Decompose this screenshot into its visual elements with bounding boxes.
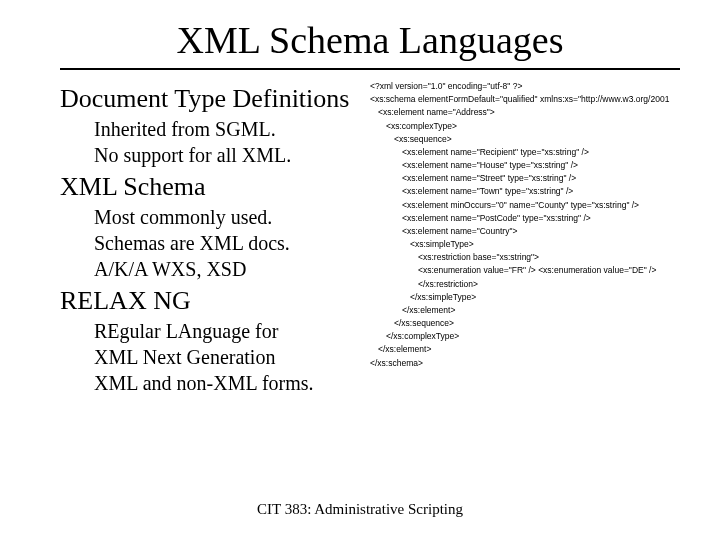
relaxng-heading: RELAX NG <box>60 286 370 316</box>
left-column: Document Type Definitions Inherited from… <box>60 80 370 396</box>
xmlschema-line3: A/K/A WXS, XSD <box>94 256 370 282</box>
relaxng-line1: REgular LAnguage for <box>94 318 370 344</box>
code-column: <?xml version="1.0" encoding="utf-8" ?> … <box>370 80 680 396</box>
code-line: <xs:element name="Town" type="xs:string"… <box>370 185 680 198</box>
code-line: </xs:sequence> <box>370 317 680 330</box>
code-line: <xs:element name="Street" type="xs:strin… <box>370 172 680 185</box>
code-line: <xs:element name="Recipient" type="xs:st… <box>370 146 680 159</box>
code-line: </xs:element> <box>370 304 680 317</box>
code-line: <xs:element name="Country"> <box>370 225 680 238</box>
dtd-heading: Document Type Definitions <box>60 84 370 114</box>
code-line: </xs:element> <box>370 343 680 356</box>
code-line: </xs:simpleType> <box>370 291 680 304</box>
code-line: <xs:simpleType> <box>370 238 680 251</box>
relaxng-line3: XML and non-XML forms. <box>94 370 370 396</box>
dtd-line1: Inherited from SGML. <box>94 116 370 142</box>
code-line: <xs:complexType> <box>370 120 680 133</box>
code-line: <?xml version="1.0" encoding="utf-8" ?> <box>370 80 680 93</box>
xmlschema-line1: Most commonly used. <box>94 204 370 230</box>
code-line: <xs:element minOccurs="0" name="County" … <box>370 199 680 212</box>
xmlschema-line2: Schemas are XML docs. <box>94 230 370 256</box>
code-line: <xs:enumeration value="FR" /> <xs:enumer… <box>370 264 680 277</box>
page-title: XML Schema Languages <box>60 18 680 62</box>
code-line: <xs:element name="PostCode" type="xs:str… <box>370 212 680 225</box>
code-line: <xs:restriction base="xs:string"> <box>370 251 680 264</box>
relaxng-line2: XML Next Generation <box>94 344 370 370</box>
code-line: <xs:element name="Address"> <box>370 106 680 119</box>
code-line: </xs:schema> <box>370 357 680 370</box>
content-columns: Document Type Definitions Inherited from… <box>60 80 680 396</box>
footer-text: CIT 383: Administrative Scripting <box>0 501 720 518</box>
code-line: </xs:complexType> <box>370 330 680 343</box>
code-line: <xs:schema elementFormDefault="qualified… <box>370 93 680 106</box>
dtd-line2: No support for all XML. <box>94 142 370 168</box>
xmlschema-heading: XML Schema <box>60 172 370 202</box>
code-line: <xs:element name="House" type="xs:string… <box>370 159 680 172</box>
code-line: </xs:restriction> <box>370 278 680 291</box>
code-line: <xs:sequence> <box>370 133 680 146</box>
horizontal-rule <box>60 68 680 70</box>
